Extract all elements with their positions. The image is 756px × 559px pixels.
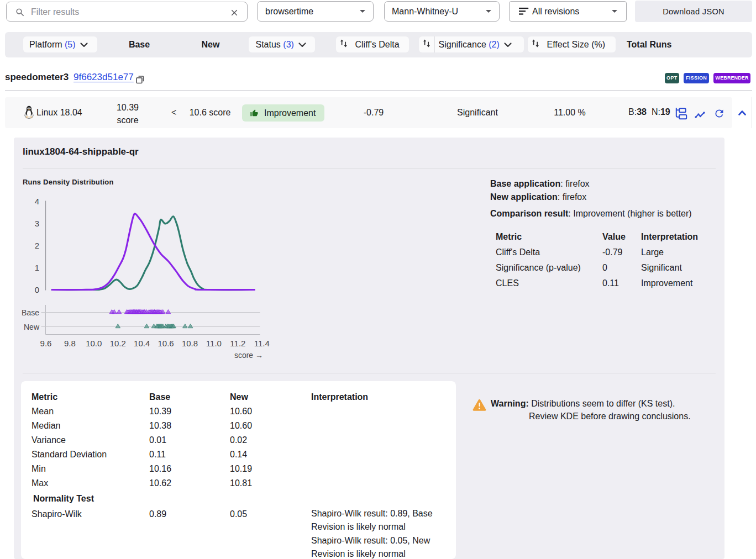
svg-text:10.4: 10.4: [134, 339, 150, 348]
svg-text:10.2: 10.2: [110, 339, 126, 348]
svg-text:Base: Base: [22, 308, 39, 317]
svg-text:New: New: [24, 323, 40, 331]
svg-text:score →: score →: [234, 351, 263, 360]
svg-text:3: 3: [35, 219, 39, 228]
svg-text:11.2: 11.2: [230, 339, 245, 348]
svg-text:11.4: 11.4: [254, 339, 270, 348]
svg-text:9.8: 9.8: [64, 339, 76, 348]
svg-text:4: 4: [35, 197, 39, 206]
svg-text:9.6: 9.6: [40, 339, 52, 348]
svg-text:1: 1: [35, 263, 39, 272]
svg-text:11.0: 11.0: [206, 339, 222, 348]
svg-text:0: 0: [35, 285, 39, 294]
svg-text:2: 2: [35, 241, 39, 250]
svg-text:10.8: 10.8: [182, 339, 198, 348]
svg-text:10.0: 10.0: [86, 339, 102, 348]
svg-text:10.6: 10.6: [158, 339, 174, 348]
